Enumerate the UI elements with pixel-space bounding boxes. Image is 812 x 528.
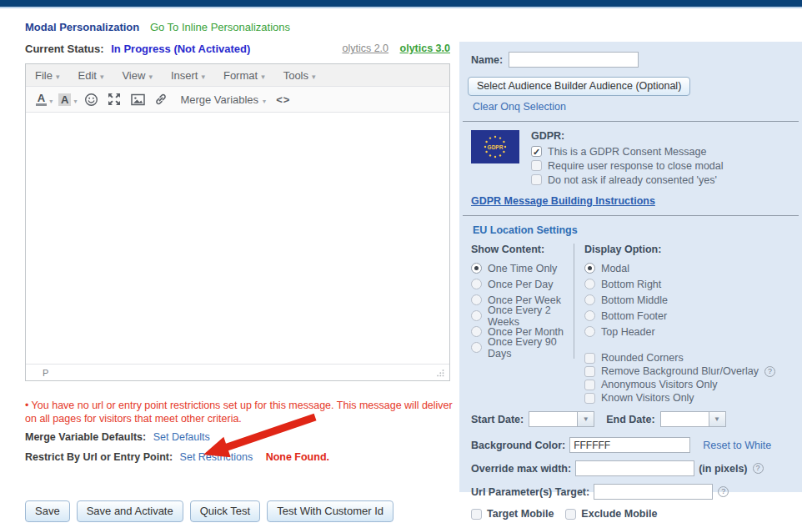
start-date-dropdown-button[interactable]: ▼ xyxy=(577,411,594,427)
show-content-row: Once Every 2 Weeks xyxy=(471,308,574,324)
gdpr-instructions-link[interactable]: GDPR Message Building Instructions xyxy=(471,195,655,207)
end-date-input[interactable] xyxy=(660,411,709,427)
reset-to-white-link[interactable]: Reset to White xyxy=(703,440,771,451)
display-option-bottom-right-radio[interactable] xyxy=(584,279,595,289)
set-defaults-link[interactable]: Set Defaults xyxy=(153,431,210,443)
override-max-width-input[interactable] xyxy=(575,460,694,476)
editor-content-area[interactable] xyxy=(26,113,449,364)
olytics-2-link[interactable]: olytics 2.0 xyxy=(342,43,388,54)
source-code-button[interactable]: <> xyxy=(271,89,290,109)
display-option-bottom-footer-radio[interactable] xyxy=(584,310,595,321)
fullscreen-icon xyxy=(108,93,121,106)
separator xyxy=(463,215,799,216)
menu-item-insert[interactable]: Insert xyxy=(171,69,205,82)
menu-item-format[interactable]: Format xyxy=(223,69,265,82)
olytics-3-link[interactable]: olytics 3.0 xyxy=(400,43,450,54)
none-found-status: None Found. xyxy=(266,451,329,463)
display-modifier-row: Rounded Corners xyxy=(584,351,775,365)
save-button[interactable]: Save xyxy=(25,500,70,522)
menu-item-file[interactable]: File xyxy=(35,69,59,82)
url-parameter-input[interactable] xyxy=(594,484,713,500)
display-modifier-remove-background-blur-overlay-cb[interactable] xyxy=(584,366,595,377)
menu-item-view[interactable]: View xyxy=(122,69,152,82)
show-content-once-per-week-radio[interactable] xyxy=(471,294,482,305)
display-option-column: Display Option: ModalBottom RightBottom … xyxy=(584,244,775,405)
gdpr-option-label: Do not ask if already consented 'yes' xyxy=(548,174,717,186)
resize-grip[interactable] xyxy=(436,369,444,377)
merge-variables-label: Merge Variables xyxy=(180,93,258,106)
display-modifier-anonymous-visitors-only-cb[interactable] xyxy=(584,380,595,390)
insert-image-button[interactable] xyxy=(128,89,147,109)
gdpr-option-do-not-ask-if-already-consented-yes-cb[interactable] xyxy=(531,174,542,185)
merge-defaults-label: Merge Variable Defaults: xyxy=(25,431,146,443)
set-restrictions-link[interactable]: Set Restrictions xyxy=(180,451,253,463)
show-content-one-time-only-radio[interactable] xyxy=(471,263,482,274)
start-date-input[interactable] xyxy=(529,411,577,427)
display-option-label: Bottom Middle xyxy=(601,294,668,306)
menu-item-label: Insert xyxy=(171,69,198,82)
menu-item-tools[interactable]: Tools xyxy=(283,69,316,82)
background-color-input[interactable] xyxy=(569,437,690,453)
display-option-label: Bottom Footer xyxy=(601,310,667,322)
eu-location-settings-link[interactable]: EU Location Settings xyxy=(473,224,790,236)
help-icon[interactable] xyxy=(718,486,729,497)
gdpr-option-label: Require user response to close modal xyxy=(548,160,724,172)
test-with-customer-id-button[interactable]: Test With Customer Id xyxy=(267,500,393,522)
display-modifier-label: Anonymous Visitors Only xyxy=(601,379,717,390)
text-color-caret-icon[interactable] xyxy=(47,92,53,107)
display-option-modal-radio[interactable] xyxy=(584,263,595,274)
name-input[interactable] xyxy=(509,52,639,68)
rich-text-editor: FileEditViewInsertFormatTools A A Merge … xyxy=(25,63,450,381)
show-content-once-per-month-radio[interactable] xyxy=(471,326,482,337)
url-parameter-label: Url Parameter(s) Target: xyxy=(471,486,589,498)
display-option-top-header-radio[interactable] xyxy=(584,326,595,337)
fullscreen-button[interactable] xyxy=(105,89,123,109)
gdpr-option-label: This is a GDPR Consent Message xyxy=(548,146,706,158)
display-option-label: Bottom Right xyxy=(601,279,661,290)
insert-link-button[interactable] xyxy=(152,89,170,109)
show-content-once-per-day-radio[interactable] xyxy=(471,279,482,289)
menu-item-label: File xyxy=(35,69,53,82)
emoticons-button[interactable] xyxy=(82,89,100,109)
page-title: Modal Personalization xyxy=(25,21,139,33)
background-color-glyph: A xyxy=(58,93,71,106)
settings-panel: Name: Select Audience Builder Audience (… xyxy=(459,42,802,492)
select-audience-button[interactable]: Select Audience Builder Audience (Option… xyxy=(468,77,690,96)
menu-item-label: Format xyxy=(223,69,258,82)
olytics-links: olytics 2.0 olytics 3.0 xyxy=(275,43,450,54)
background-color-label: Background Color: xyxy=(471,440,565,451)
clear-onq-selection-link[interactable]: Clear Onq Selection xyxy=(473,101,566,113)
show-content-once-every-90-days-radio[interactable] xyxy=(471,342,482,353)
gdpr-option-require-user-response-to-close-modal-cb[interactable] xyxy=(531,160,542,171)
merge-variables-caret-icon xyxy=(260,92,266,107)
save-and-activate-button[interactable]: Save and Activate xyxy=(77,500,183,522)
display-modifier-rounded-corners-cb[interactable] xyxy=(584,353,595,364)
text-color-button[interactable]: A xyxy=(35,89,53,109)
menu-item-edit[interactable]: Edit xyxy=(78,69,103,82)
restrictions-warning-text: • You have no url or entry point restric… xyxy=(25,399,459,425)
display-option-bottom-middle-radio[interactable] xyxy=(584,294,595,305)
background-color-caret-icon[interactable] xyxy=(71,92,77,107)
display-modifier-known-visitors-only-cb[interactable] xyxy=(584,393,595,404)
menu-item-label: View xyxy=(122,69,145,82)
editor-toolbar: A A Merge Variables <> xyxy=(26,87,449,113)
help-icon[interactable] xyxy=(753,463,764,474)
background-color-button[interactable]: A xyxy=(58,89,77,109)
chevron-down-icon xyxy=(100,69,104,82)
show-content-once-every-2-weeks-radio[interactable] xyxy=(471,310,482,321)
override-max-width-label: Override max width: xyxy=(471,463,571,475)
exclude-mobile-checkbox[interactable] xyxy=(565,509,576,520)
show-content-label: Once Every 90 Days xyxy=(488,336,574,360)
end-date-dropdown-button[interactable]: ▼ xyxy=(709,411,726,427)
target-mobile-checkbox[interactable] xyxy=(471,509,482,520)
chevron-down-icon xyxy=(56,69,60,82)
go-to-inline-personalizations-link[interactable]: Go To Inline Personalizations xyxy=(150,21,290,33)
show-content-row: One Time Only xyxy=(471,260,574,276)
help-icon[interactable] xyxy=(764,366,775,377)
gdpr-option-this-is-a-gdpr-consent-message-cb[interactable] xyxy=(531,146,542,157)
text-color-glyph: A xyxy=(36,93,47,106)
restrict-label: Restrict By Url or Entry Point: xyxy=(25,451,173,463)
eu-gdpr-flag: GDPR xyxy=(471,130,519,163)
quick-test-button[interactable]: Quick Test xyxy=(190,500,260,522)
merge-variables-button[interactable]: Merge Variables xyxy=(175,89,266,109)
